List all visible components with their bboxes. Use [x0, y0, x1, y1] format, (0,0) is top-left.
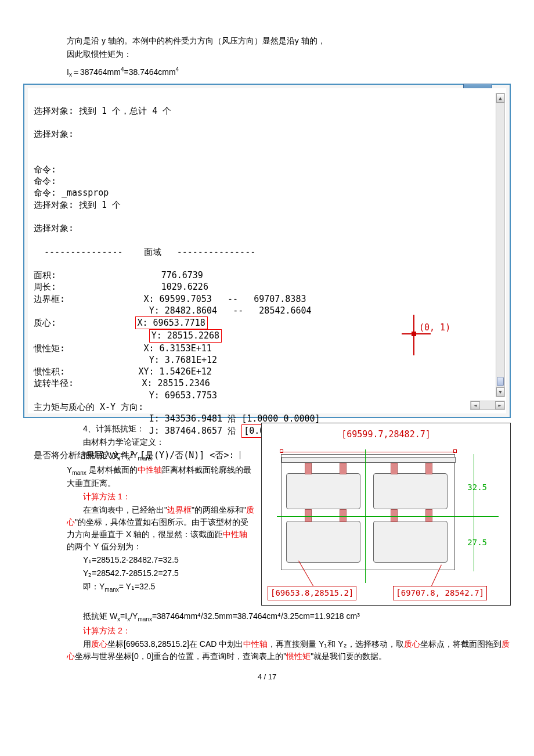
horizontal-scrollbar[interactable]: ◄ ►	[470, 401, 505, 410]
profile-bar-top	[282, 457, 456, 463]
scroll-right-icon[interactable]: ►	[495, 401, 504, 409]
axis-indicator: (0, 1)	[402, 315, 454, 355]
method1-text: 在查询表中，已经给出"边界框"的两组坐标和"质心"的坐标，具体位置如右图所示。由…	[67, 504, 255, 553]
centroid-x-box: X: 69653.7718	[135, 316, 208, 329]
j-line-pre: J: 387464.8657 沿	[34, 426, 241, 436]
chamber-3	[286, 521, 360, 563]
centroid-axis-v	[365, 449, 366, 583]
profile-drawing: 32.5 27.5	[272, 444, 487, 583]
scroll-down-icon[interactable]: ▼	[496, 387, 504, 397]
chamber-2	[373, 473, 448, 509]
cad-text-window: 选择对象: 找到 1 个，总计 4 个 选择对象: 命令: 命令: 命令: _m…	[23, 84, 511, 418]
write-prompt: 是否将分析结果写入文件? [是(Y)/否(N)] <否>:	[34, 450, 240, 460]
scroll-up-icon[interactable]: ▲	[496, 93, 504, 103]
corner-marker-tr	[453, 449, 457, 453]
dim-extension-line	[474, 454, 474, 571]
chamber-4	[373, 521, 448, 563]
thermal-break-3	[391, 463, 398, 474]
page-number: 4 / 17	[23, 671, 511, 683]
thermal-break-6	[340, 509, 347, 522]
corner-marker-tl	[280, 449, 283, 453]
centroid-y-box: Y: 28515.2268	[149, 329, 222, 342]
thermal-break-1	[305, 463, 312, 474]
coord-centroid: [69653.8,28515.2]	[268, 586, 356, 600]
after-section: 抵抗矩 Wx=Ix/Ymanx=387464mm⁴/32.5mm=38.7464…	[23, 610, 511, 663]
ymanx-result: 即：Ymanx= Y₁=32.5	[67, 581, 255, 594]
thermal-break-7	[391, 509, 398, 522]
scroll-left-icon[interactable]: ◄	[471, 401, 480, 409]
dim-upper: 32.5	[467, 481, 487, 494]
method1-label: 计算方法 1：	[67, 491, 255, 503]
ix-formula: Ix＝387464mm4=38.7464cmm4	[67, 65, 511, 79]
thermal-break-8	[425, 509, 432, 522]
intro-line1: 方向是沿 y 轴的。本例中的构件受力方向（风压方向）显然是沿y 轴的，	[67, 35, 511, 47]
profile-diagram: [69599.7,28482.7]	[261, 423, 511, 606]
thermal-break-2	[340, 463, 347, 474]
intro-line2: 因此取惯性矩为：	[67, 48, 511, 60]
coord-br: [69707.8, 28542.7]	[393, 586, 487, 600]
thermal-break-5	[305, 509, 312, 522]
cad-block2: 惯性矩: X: 6.3153E+11 Y: 3.7681E+12 惯性积: XY…	[34, 343, 320, 424]
method2-label: 计算方法 2：	[67, 625, 511, 637]
top-coordinate: [69599.7,28482.7]	[266, 428, 506, 441]
intro-paragraph: 方向是沿 y 轴的。本例中的构件受力方向（风压方向）显然是沿y 轴的， 因此取惯…	[67, 35, 511, 60]
centroid-label: 质心:	[34, 318, 56, 328]
centroid-axis-h	[277, 516, 499, 517]
chamber-1	[286, 473, 360, 509]
method2-text: 用质心坐标[69653.8,28515.2]在 CAD 中划出中性轴，再直接测量…	[67, 638, 511, 663]
axis-label: (0, 1)	[419, 322, 450, 333]
sec4-p1: 由材料力学论证定义：	[67, 436, 255, 448]
thermal-break-4	[425, 463, 432, 474]
text-cursor	[240, 451, 240, 459]
top-red-line	[281, 452, 455, 452]
profile-boundary	[281, 454, 455, 570]
cad-block1: 选择对象: 找到 1 个，总计 4 个 选择对象: 命令: 命令: 命令: _m…	[34, 106, 312, 316]
scroll-thumb[interactable]	[497, 377, 504, 386]
vertical-scrollbar[interactable]: ▲ ▼	[496, 93, 505, 397]
cad-output: 选择对象: 找到 1 个，总计 4 个 选择对象: 命令: 命令: 命令: _m…	[28, 88, 506, 413]
y2-calc: Y₂=28542.7-28515.2=27.5	[67, 567, 255, 579]
wx-formula: 抵抗矩 Wx=Ix/Ymanx=387464mm⁴/32.5mm=38.7464…	[67, 610, 511, 624]
y1-calc: Y₁=28515.2-28482.7=32.5	[67, 554, 255, 566]
ymanx-def: Ymanx 是材料截面的中性轴距离材料截面轮廓线的最大垂直距离。	[67, 464, 255, 489]
dim-lower: 27.5	[467, 537, 487, 549]
